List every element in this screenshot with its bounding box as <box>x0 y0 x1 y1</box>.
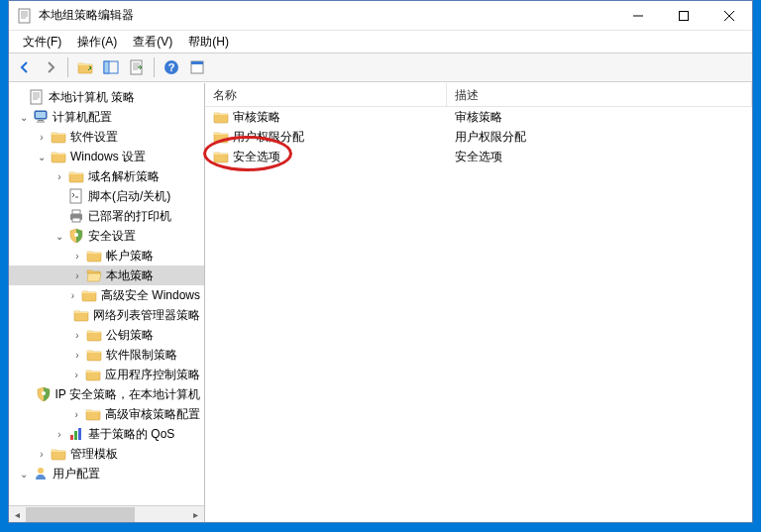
expand-toggle[interactable]: › <box>70 249 84 263</box>
svg-rect-18 <box>680 12 689 21</box>
folder-icon <box>213 109 229 125</box>
tree-software-settings[interactable]: ›软件设置 <box>9 127 204 147</box>
menu-help[interactable]: 帮助(H) <box>180 32 237 53</box>
scroll-right-icon[interactable]: ▸ <box>187 506 204 522</box>
tree-account-policy[interactable]: ›帐户策略 <box>9 246 204 266</box>
expand-toggle[interactable]: › <box>69 368 83 381</box>
expand-toggle[interactable]: › <box>70 348 84 362</box>
folder-icon <box>86 347 102 363</box>
folder-icon <box>86 327 102 343</box>
list-item-security-options[interactable]: 安全选项 安全选项 <box>205 147 752 166</box>
list-pane: 名称 描述 审核策略 审核策略 用户权限分配 用户权限分配 安全选项 安全选项 <box>205 83 752 522</box>
menu-action[interactable]: 操作(A) <box>69 32 125 53</box>
expand-toggle[interactable]: › <box>66 288 79 302</box>
tree-advanced-firewall[interactable]: ›高级安全 Windows <box>9 285 204 305</box>
folder-icon <box>51 129 66 145</box>
menu-file[interactable]: 文件(F) <box>15 32 69 53</box>
minimize-button[interactable] <box>615 1 661 31</box>
list-item-user-rights[interactable]: 用户权限分配 用户权限分配 <box>205 127 752 147</box>
list-body[interactable]: 审核策略 审核策略 用户权限分配 用户权限分配 安全选项 安全选项 <box>205 107 752 522</box>
tree-admin-templates[interactable]: ›管理模板 <box>9 444 204 464</box>
tree-user-config[interactable]: ⌄用户配置 <box>9 464 204 483</box>
help-button[interactable] <box>160 55 183 79</box>
tree-local-policy[interactable]: ›本地策略 <box>9 266 204 285</box>
script-icon <box>68 188 84 204</box>
expand-toggle[interactable]: › <box>70 268 84 282</box>
tree-ip-security[interactable]: ›IP 安全策略，在本地计算机 <box>9 384 204 404</box>
tree-pane: ▸本地计算机 策略 ⌄计算机配置 ›软件设置 ⌄Windows 设置 ›域名解析… <box>9 83 205 522</box>
folder-icon <box>51 149 66 164</box>
bars-icon <box>68 426 84 442</box>
folder-icon <box>213 149 229 164</box>
expand-toggle[interactable]: › <box>53 169 66 183</box>
expand-toggle[interactable]: › <box>70 328 84 342</box>
tree-qos[interactable]: ›基于策略的 QoS <box>9 424 204 444</box>
tree-public-key[interactable]: ›公钥策略 <box>9 325 204 345</box>
up-button[interactable] <box>73 55 97 79</box>
svg-rect-20 <box>104 61 109 73</box>
tree-horizontal-scrollbar[interactable]: ◂ ▸ <box>9 505 204 522</box>
properties-button[interactable] <box>185 55 209 79</box>
computer-icon <box>33 109 49 125</box>
tree-dns-policy[interactable]: ›域名解析策略 <box>9 166 204 186</box>
tree-network-list[interactable]: ›网络列表管理器策略 <box>9 305 204 325</box>
folder-icon <box>85 367 101 382</box>
back-button[interactable] <box>13 55 37 79</box>
app-window: 本地组策略编辑器 文件(F) 操作(A) 查看(V) 帮助(H) ▸本地计算机 … <box>8 0 753 523</box>
show-hide-tree-button[interactable] <box>99 55 123 79</box>
tree-scripts[interactable]: ›脚本(启动/关机) <box>9 186 204 206</box>
tree-app-control[interactable]: ›应用程序控制策略 <box>9 365 204 384</box>
tree-software-restriction[interactable]: ›软件限制策略 <box>9 345 204 365</box>
folder-icon <box>85 406 101 422</box>
folder-icon <box>86 248 102 264</box>
maximize-button[interactable] <box>661 1 707 31</box>
shield-icon <box>36 386 52 402</box>
folder-icon <box>51 446 66 462</box>
close-button[interactable] <box>707 1 752 31</box>
expand-toggle[interactable]: ⌄ <box>17 110 31 124</box>
doc-icon <box>29 89 45 105</box>
folder-icon <box>73 307 89 323</box>
tree-security-settings[interactable]: ⌄安全设置 <box>9 226 204 246</box>
expand-toggle[interactable]: › <box>53 427 66 441</box>
folder-icon <box>213 129 229 145</box>
menu-view[interactable]: 查看(V) <box>125 32 180 53</box>
printer-icon <box>68 208 84 224</box>
tree-computer-config[interactable]: ⌄计算机配置 <box>9 107 204 127</box>
tree-root[interactable]: ▸本地计算机 策略 <box>9 87 204 107</box>
menubar: 文件(F) 操作(A) 查看(V) 帮助(H) <box>9 31 752 53</box>
scroll-thumb[interactable] <box>26 507 135 522</box>
column-name[interactable]: 名称 <box>205 83 447 106</box>
expand-toggle[interactable]: ⌄ <box>17 467 31 480</box>
window-title: 本地组策略编辑器 <box>39 7 615 24</box>
shield-icon <box>68 228 84 244</box>
tree-deployed-printers[interactable]: ›已部署的打印机 <box>9 206 204 226</box>
expand-toggle[interactable]: › <box>69 407 83 421</box>
expand-toggle[interactable]: ⌄ <box>53 229 66 243</box>
tree-advanced-audit[interactable]: ›高级审核策略配置 <box>9 404 204 424</box>
expand-toggle[interactable]: › <box>35 447 49 461</box>
app-icon <box>17 8 33 24</box>
titlebar: 本地组策略编辑器 <box>9 1 752 31</box>
expand-toggle[interactable]: ⌄ <box>35 150 49 163</box>
person-icon <box>33 466 49 481</box>
expand-toggle[interactable]: › <box>35 130 49 144</box>
column-desc[interactable]: 描述 <box>447 83 752 106</box>
forward-button[interactable] <box>39 55 62 79</box>
export-button[interactable] <box>125 55 149 79</box>
folder-icon <box>68 168 84 184</box>
list-item-audit-policy[interactable]: 审核策略 审核策略 <box>205 107 752 127</box>
list-header: 名称 描述 <box>205 83 752 107</box>
toolbar <box>9 53 752 82</box>
tree[interactable]: ▸本地计算机 策略 ⌄计算机配置 ›软件设置 ⌄Windows 设置 ›域名解析… <box>9 83 204 505</box>
folder-open-icon <box>86 267 102 283</box>
tree-windows-settings[interactable]: ⌄Windows 设置 <box>9 147 204 166</box>
scroll-left-icon[interactable]: ◂ <box>9 506 26 522</box>
folder-icon <box>81 287 97 303</box>
